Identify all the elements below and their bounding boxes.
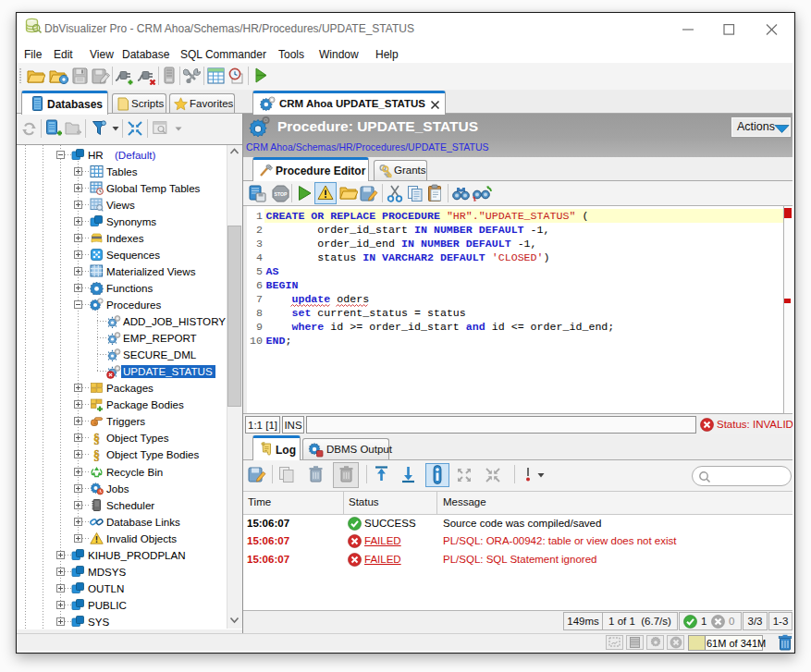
svg-text:STOP: STOP [274,191,288,197]
